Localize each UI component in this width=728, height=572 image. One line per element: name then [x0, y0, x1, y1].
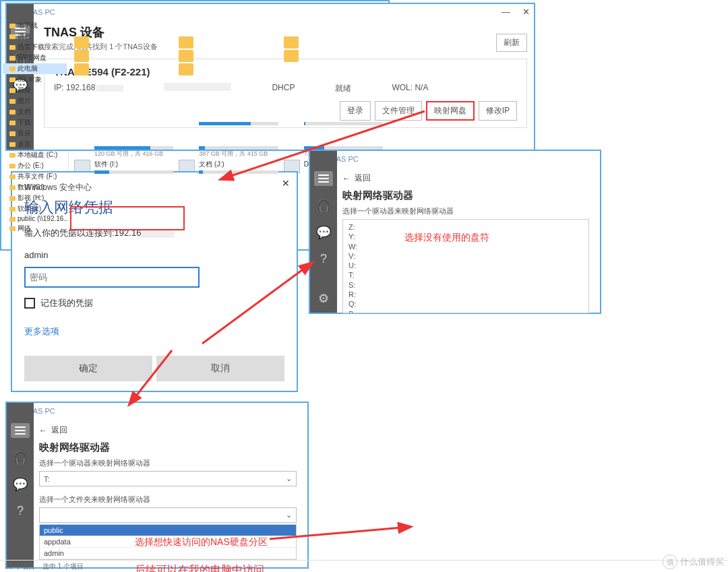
- sidebar: 🎧 💬 ? ⚙: [310, 151, 337, 313]
- tree-item[interactable]: 3D 对象: [3, 74, 67, 85]
- help-icon[interactable]: ?: [17, 504, 24, 518]
- sidebar: 🎧 💬 ?: [7, 403, 34, 567]
- refresh-button[interactable]: 刷新: [496, 34, 527, 52]
- back-link[interactable]: ←返回: [342, 170, 589, 189]
- map-subtitle2: 选择一个文件夹来映射网络驱动器: [39, 495, 297, 505]
- login-button[interactable]: 登录: [340, 101, 371, 121]
- window-controls: — ✕: [502, 7, 530, 17]
- settings-icon[interactable]: ⚙: [318, 291, 329, 306]
- drive-letter-option[interactable]: U:: [348, 261, 583, 270]
- status-bar: 21 个项目 选中 1 个项目: [0, 560, 728, 572]
- modify-ip-button[interactable]: 修改IP: [479, 101, 517, 121]
- ok-button[interactable]: 确定: [24, 356, 152, 381]
- close-icon[interactable]: ✕: [282, 178, 290, 189]
- tree-item[interactable]: 共享文件 (F:): [3, 171, 67, 182]
- dhcp-label: DHCP: [272, 83, 295, 94]
- minimize-icon[interactable]: —: [502, 7, 510, 17]
- checkbox-icon: [24, 298, 35, 309]
- tree-item[interactable]: WPS网盘: [3, 53, 67, 63]
- folder-option[interactable]: public: [40, 525, 296, 536]
- map-drive-letter-window: TNAS PC 🎧 💬 ? ⚙ ←返回 映射网络驱动器 选择一个驱动器来映射网络…: [309, 150, 601, 314]
- drive-letter-option[interactable]: V:: [348, 251, 583, 261]
- remember-label: 记住我的凭据: [40, 297, 93, 309]
- map-subtitle1: 选择一个驱动器来映射网络驱动器: [39, 458, 297, 468]
- tree-item[interactable]: 网络: [3, 223, 67, 234]
- files-button[interactable]: 文件管理: [375, 101, 422, 121]
- status-selected: 选中 1 个项目: [42, 563, 84, 570]
- password-input[interactable]: [24, 267, 200, 288]
- tree-item[interactable]: 软件 (I:): [3, 203, 67, 214]
- drive-letter-option[interactable]: Q:: [348, 299, 583, 309]
- status-count: 21 个项目: [5, 563, 35, 570]
- annotation-text: 选择想快速访问的NAS硬盘分区: [135, 536, 268, 548]
- drive-letter-option[interactable]: Z:: [348, 222, 583, 232]
- tree-item[interactable]: 本地磁盘 (C:): [3, 150, 67, 160]
- drive-letter-option[interactable]: S:: [348, 280, 583, 290]
- chevron-down-icon: ⌄: [286, 511, 292, 519]
- arrow-left-icon: ←: [39, 426, 47, 435]
- tree-item[interactable]: 桌面: [3, 139, 67, 150]
- username-value: admin: [24, 250, 284, 260]
- feedback-icon[interactable]: 💬: [13, 477, 28, 492]
- cancel-button[interactable]: 取消: [156, 356, 284, 381]
- tree-item[interactable]: 地平线: [3, 20, 67, 31]
- hamburger-icon[interactable]: [314, 171, 333, 186]
- folder-select[interactable]: ⌄: [39, 507, 297, 523]
- drive-select[interactable]: T:⌄: [39, 471, 297, 486]
- close-icon[interactable]: ✕: [522, 7, 530, 17]
- status-label: 就绪: [335, 83, 351, 94]
- drive-letter-option[interactable]: P:: [348, 309, 583, 313]
- tree-item[interactable]: 迅雷下载: [3, 42, 67, 53]
- more-options-link[interactable]: 更多选项: [24, 325, 284, 338]
- chevron-down-icon: ⌄: [286, 474, 292, 483]
- tree-item[interactable]: 文档: [3, 106, 67, 117]
- tree-item[interactable]: 音乐: [3, 128, 67, 139]
- feedback-icon[interactable]: 💬: [316, 225, 331, 240]
- help-icon[interactable]: ?: [320, 252, 327, 266]
- tree-item[interactable]: 办公 (E:): [3, 160, 67, 171]
- folder-option[interactable]: admin: [40, 548, 296, 559]
- tree-item[interactable]: public (\\192.16...: [3, 214, 67, 223]
- wol-label: WOL: N/A: [392, 83, 428, 94]
- headset-icon[interactable]: 🎧: [13, 450, 28, 465]
- tree-item[interactable]: 视频: [3, 85, 67, 96]
- tree-item[interactable]: 数据 (G:): [3, 182, 67, 193]
- device-card: TNAS-E594 (F2-221) IP: 192.168 DHCP 就绪 W…: [44, 59, 527, 128]
- arrow-left-icon: ←: [342, 174, 351, 183]
- tree-item[interactable]: 图片: [3, 96, 67, 106]
- hamburger-icon[interactable]: [11, 423, 30, 438]
- annotation-text: 选择没有使用的盘符: [404, 232, 489, 244]
- remember-checkbox[interactable]: 记住我的凭据: [24, 297, 284, 309]
- annotation-text: 后续可以在我的电脑中访问: [135, 563, 264, 572]
- map-title: 映射网络驱动器: [342, 189, 589, 202]
- explorer-tree[interactable]: 地平线调色迅雷下载WPS网盘此电脑3D 对象视频图片文档下载音乐桌面本地磁盘 (…: [1, 18, 69, 236]
- headset-icon[interactable]: 🎧: [316, 198, 331, 213]
- device-name: TNAS-E594 (F2-221): [54, 66, 517, 77]
- tree-item[interactable]: 此电脑: [3, 63, 67, 74]
- tree-item[interactable]: 影视 (H:): [3, 193, 67, 203]
- drive-letter-option[interactable]: T:: [348, 270, 583, 280]
- map-subtitle: 选择一个驱动器来映射网络驱动器: [342, 206, 589, 216]
- drive-letter-option[interactable]: R:: [348, 290, 583, 299]
- tree-item[interactable]: 调色: [3, 31, 67, 42]
- back-link[interactable]: ←返回: [39, 422, 297, 441]
- tnas-main-window: TNAS PC — ✕ 🎧 💬 TNAS 设备 搜索完成, 总共找到 1 个TN…: [5, 3, 535, 151]
- map-drive-button[interactable]: 映射网盘: [426, 101, 475, 121]
- map-drive-folder-window: TNAS PC 🎧 💬 ? ←返回 映射网络驱动器 选择一个驱动器来映射网络驱动…: [5, 402, 309, 569]
- tree-item[interactable]: 下载: [3, 117, 67, 128]
- map-title: 映射网络驱动器: [39, 441, 297, 454]
